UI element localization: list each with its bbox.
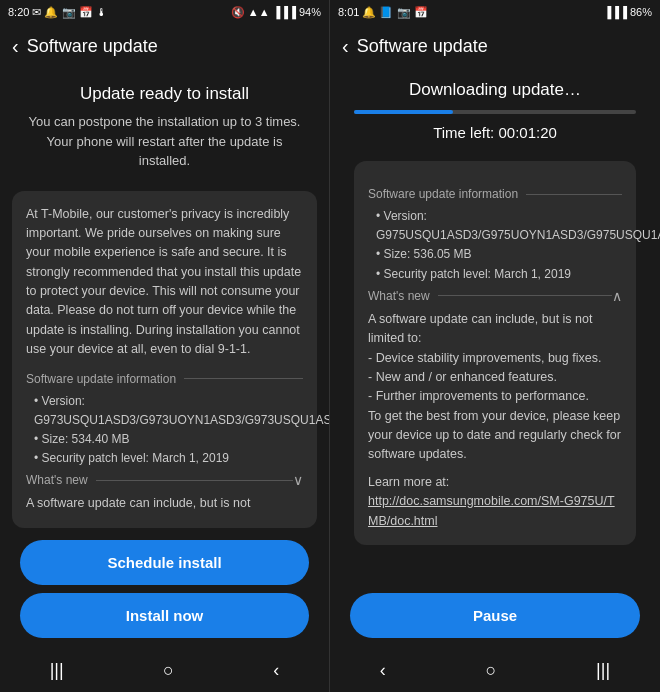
right-top-bar: ‹ Software update: [330, 24, 660, 68]
left-whats-new-label: What's new: [26, 473, 88, 487]
right-section-divider: [526, 194, 622, 195]
left-panel: 8:20 ✉ 🔔 📷 📅 🌡 🔇 ▲▲ ▐▐▐ 94% ‹ Software u…: [0, 0, 330, 692]
right-content-area: Software update information Version: G97…: [330, 153, 660, 583]
right-nav-home-icon[interactable]: ○: [486, 660, 497, 681]
left-back-button[interactable]: ‹: [12, 35, 19, 58]
left-top-bar-title: Software update: [27, 36, 158, 57]
left-wifi-icon: ▲▲: [248, 6, 270, 18]
left-update-title: Update ready to install: [20, 84, 309, 104]
left-content-area: Update ready to install You can postpone…: [0, 68, 329, 530]
right-software-info-section: Software update information: [368, 187, 622, 201]
left-whats-new-divider: [96, 480, 293, 481]
install-now-button[interactable]: Install now: [20, 593, 309, 638]
right-top-bar-title: Software update: [357, 36, 488, 57]
right-downloading-title: Downloading update…: [350, 80, 640, 100]
right-whats-new-divider: [438, 295, 612, 296]
right-status-left: 8:01 🔔 📘 📷 📅: [338, 6, 428, 19]
right-back-button[interactable]: ‹: [342, 35, 349, 58]
schedule-install-button[interactable]: Schedule install: [20, 540, 309, 585]
right-info-card: Software update information Version: G97…: [354, 161, 636, 545]
left-update-header: Update ready to install You can postpone…: [0, 68, 329, 183]
right-status-bar: 8:01 🔔 📘 📷 📅 ▐▐▐ 86%: [330, 0, 660, 24]
left-mute-icon: 🔇: [231, 6, 245, 19]
right-update-info-list: Version: G975USQU1ASD3/G975UOYN1ASD3/G97…: [368, 207, 622, 284]
right-nav-back-icon[interactable]: ‹: [380, 660, 386, 681]
right-time-left-value: 00:01:20: [498, 124, 556, 141]
left-info-version: Version: G973USQU1ASD3/G973UOYN1ASD3/G97…: [26, 392, 303, 430]
left-signal-icon: ▐▐▐: [273, 6, 296, 18]
left-top-bar: ‹ Software update: [0, 24, 329, 68]
right-downloading-header: Downloading update… Time left: 00:01:20: [330, 68, 660, 153]
pause-button[interactable]: Pause: [350, 593, 640, 638]
right-chevron-up-icon: ∧: [612, 288, 622, 304]
left-privacy-text: At T-Mobile, our customer's privacy is i…: [26, 205, 303, 360]
left-bottom-buttons: Schedule install Install now: [0, 530, 329, 648]
left-info-size: Size: 534.40 MB: [26, 430, 303, 449]
right-info-version: Version: G975USQU1ASD3/G975UOYN1ASD3/G97…: [368, 207, 622, 245]
left-chevron-down-icon: ∨: [293, 472, 303, 488]
right-learn-more-label: Learn more at:: [368, 473, 622, 492]
left-software-info-label: Software update information: [26, 372, 176, 386]
right-bottom-buttons: Pause: [330, 583, 660, 648]
right-battery: 86%: [630, 6, 652, 18]
left-update-info-list: Version: G973USQU1ASD3/G973UOYN1ASD3/G97…: [26, 392, 303, 469]
left-update-subtitle: You can postpone the installation up to …: [20, 112, 309, 171]
right-time-left: Time left: 00:01:20: [350, 124, 640, 141]
left-privacy-card: At T-Mobile, our customer's privacy is i…: [12, 191, 317, 528]
left-time: 8:20: [8, 6, 29, 18]
left-section-divider: [184, 378, 303, 379]
left-info-security: Security patch level: March 1, 2019: [26, 449, 303, 468]
left-whats-new-text: A software update can include, but is no…: [26, 494, 303, 513]
left-status-right: 🔇 ▲▲ ▐▐▐ 94%: [231, 6, 321, 19]
right-time: 8:01: [338, 6, 359, 18]
right-progress-bar: [354, 110, 636, 114]
left-whats-new-section: What's new ∨: [26, 472, 303, 488]
right-info-size: Size: 536.05 MB: [368, 245, 622, 264]
right-info-security: Security patch level: March 1, 2019: [368, 265, 622, 284]
right-nav-bar: ‹ ○ |||: [330, 648, 660, 692]
left-software-info-section: Software update information: [26, 372, 303, 386]
right-progress-fill: [354, 110, 453, 114]
right-whats-new-section: What's new ∧: [368, 288, 622, 304]
right-notif-icons: 🔔 📘 📷 📅: [362, 6, 427, 19]
right-software-info-label: Software update information: [368, 187, 518, 201]
left-nav-back-icon[interactable]: ‹: [273, 660, 279, 681]
left-battery: 94%: [299, 6, 321, 18]
right-whats-new-label: What's new: [368, 289, 430, 303]
left-nav-home-icon[interactable]: ○: [163, 660, 174, 681]
right-learn-more-link[interactable]: http://doc.samsungmobile.com/SM-G975U/TM…: [368, 492, 622, 531]
right-signal-icon: ▐▐▐: [604, 6, 627, 18]
left-status-bar: 8:20 ✉ 🔔 📷 📅 🌡 🔇 ▲▲ ▐▐▐ 94%: [0, 0, 329, 24]
right-time-left-label: Time left:: [433, 124, 494, 141]
right-panel: 8:01 🔔 📘 📷 📅 ▐▐▐ 86% ‹ Software update D…: [330, 0, 660, 692]
left-notif-icons: ✉ 🔔 📷 📅 🌡: [32, 6, 106, 19]
right-status-right: ▐▐▐ 86%: [604, 6, 652, 18]
right-nav-recent-icon[interactable]: |||: [596, 660, 610, 681]
left-status-left: 8:20 ✉ 🔔 📷 📅 🌡: [8, 6, 107, 19]
left-nav-bar: ||| ○ ‹: [0, 648, 329, 692]
right-whats-new-text: A software update can include, but is no…: [368, 310, 622, 465]
left-nav-recent-icon[interactable]: |||: [50, 660, 64, 681]
